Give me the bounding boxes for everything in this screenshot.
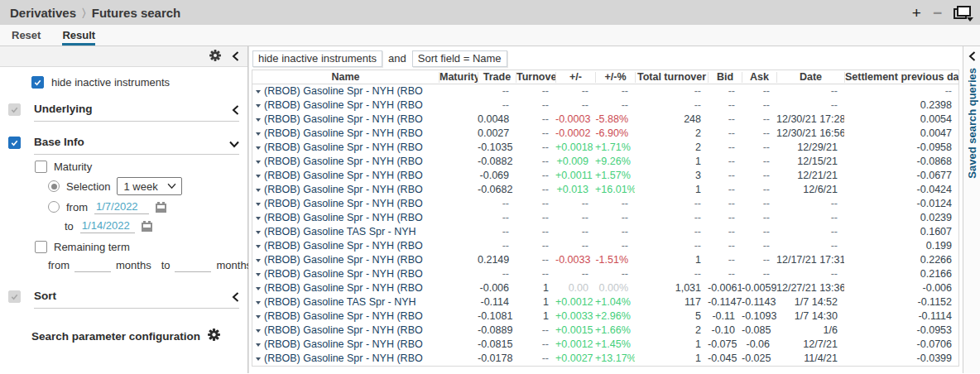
instrument-name[interactable]: (RBOB) Gasoline Spr - NYH (RBO: [264, 211, 423, 225]
breadcrumb-derivatives[interactable]: Derivatives: [10, 6, 76, 20]
hide-inactive-checkbox[interactable]: [31, 76, 44, 89]
row-expand-caret-icon[interactable]: [256, 315, 261, 319]
collapse-sidebar-icon[interactable]: [232, 51, 239, 61]
maturity-from-date-input[interactable]: [94, 199, 149, 214]
column-header-turnover[interactable]: Turnover: [516, 72, 555, 83]
row-expand-caret-icon[interactable]: [256, 259, 261, 262]
instrument-name[interactable]: (RBOB) Gasoline Spr - NYH (RBO: [264, 113, 423, 127]
instrument-name[interactable]: (RBOB) Gasoline Spr - NYH (RBO: [264, 239, 423, 253]
instrument-name[interactable]: (RBOB) Gasoline Spr - NYH (RBO: [264, 253, 423, 267]
row-expand-caret-icon[interactable]: [256, 118, 261, 122]
table-row[interactable]: (RBOB) Gasoline Spr - NYH (RBO----------…: [252, 239, 958, 253]
table-row[interactable]: (RBOB) Gasoline Spr - NYH (RBO----------…: [252, 211, 958, 225]
row-expand-caret-icon[interactable]: [256, 104, 261, 108]
row-expand-caret-icon[interactable]: [256, 90, 261, 94]
maturity-checkbox[interactable]: [35, 161, 47, 173]
column-header-settle[interactable]: Settlement previous day: [844, 72, 958, 83]
instrument-name[interactable]: (RBOB) Gasoline Spr - NYH (RBO: [264, 338, 423, 352]
section-underlying[interactable]: Underlying: [34, 103, 93, 115]
calendar-icon[interactable]: [156, 202, 166, 213]
column-header-date[interactable]: Date: [776, 72, 844, 83]
table-row[interactable]: (RBOB) Gasoline Spr - NYH (RBO-0.0889--+…: [252, 324, 958, 338]
maturity-selection-select[interactable]: 1 week: [117, 177, 182, 195]
column-header-maturity[interactable]: Maturity: [439, 72, 478, 83]
maturity-to-date-input[interactable]: [80, 218, 135, 233]
table-row[interactable]: (RBOB) Gasoline Spr - NYH (RBO-0.069--+0…: [252, 169, 958, 183]
instrument-name[interactable]: (RBOB) Gasoline TAS Spr - NYH: [264, 295, 416, 309]
column-header-trade[interactable]: Trade: [478, 72, 516, 83]
table-row[interactable]: (RBOB) Gasoline Spr - NYH (RBO----------…: [252, 98, 958, 113]
row-expand-caret-icon[interactable]: [256, 189, 261, 192]
expand-sort-icon[interactable]: [232, 292, 239, 302]
table-row[interactable]: (RBOB) Gasoline TAS Spr - NYH-0.1141+0.0…: [252, 295, 958, 309]
column-header-bid[interactable]: Bid: [708, 72, 742, 83]
row-expand-caret-icon[interactable]: [256, 175, 261, 178]
instrument-name[interactable]: (RBOB) Gasoline Spr - NYH (RBO: [264, 141, 423, 155]
table-row[interactable]: (RBOB) Gasoline Spr - NYH (RBO-0.10811+0…: [252, 309, 958, 324]
row-expand-caret-icon[interactable]: [256, 203, 261, 206]
row-expand-caret-icon[interactable]: [256, 273, 261, 276]
calendar-icon[interactable]: [142, 221, 152, 232]
table-row[interactable]: (RBOB) Gasoline Spr - NYH (RBO----------…: [252, 197, 958, 211]
instrument-name[interactable]: (RBOB) Gasoline Spr - NYH (RBO: [264, 324, 423, 338]
maturity-selection-radio[interactable]: [48, 180, 60, 192]
maturity-from-radio[interactable]: [48, 201, 60, 213]
base-info-checkbox[interactable]: [8, 137, 21, 149]
instrument-name[interactable]: (RBOB) Gasoline Spr - NYH (RBO: [264, 155, 423, 169]
table-row[interactable]: (RBOB) Gasoline Spr - NYH (RBO-0.0178--+…: [252, 352, 958, 366]
row-expand-caret-icon[interactable]: [256, 301, 261, 304]
table-row[interactable]: (RBOB) Gasoline Spr - NYH (RBO0.0048---0…: [252, 113, 958, 127]
row-expand-caret-icon[interactable]: [256, 132, 261, 136]
table-row[interactable]: (RBOB) Gasoline Spr - NYH (RBO-0.0682--+…: [252, 183, 958, 197]
saved-search-queries-label[interactable]: Saved search queries: [966, 68, 978, 179]
column-header-chg[interactable]: +/-: [555, 72, 595, 83]
remaining-term-checkbox[interactable]: [35, 241, 47, 253]
collapse-base-info-icon[interactable]: [229, 141, 239, 148]
instrument-name[interactable]: (RBOB) Gasoline Spr - NYH (RBO: [264, 127, 423, 141]
row-expand-caret-icon[interactable]: [256, 231, 261, 234]
row-expand-caret-icon[interactable]: [256, 217, 261, 220]
instrument-name[interactable]: (RBOB) Gasoline Spr - NYH (RBO: [264, 309, 423, 324]
instrument-name[interactable]: (RBOB) Gasoline Spr - NYH (RBO: [264, 352, 423, 366]
gear-icon[interactable]: [209, 50, 221, 64]
row-expand-caret-icon[interactable]: [256, 146, 261, 150]
column-header-chg_pct[interactable]: +/-%: [595, 72, 635, 83]
row-expand-caret-icon[interactable]: [256, 287, 261, 290]
instrument-name[interactable]: (RBOB) Gasoline Spr - NYH (RBO: [264, 183, 423, 197]
table-row[interactable]: (RBOB) Gasoline Spr - NYH (RBO-0.0815--+…: [252, 338, 958, 352]
remaining-from-input[interactable]: [74, 257, 111, 272]
instrument-name[interactable]: (RBOB) Gasoline Spr - NYH (RBO: [264, 267, 423, 281]
column-header-ask[interactable]: Ask: [742, 72, 776, 83]
expand-saved-searches-icon[interactable]: [968, 51, 976, 61]
remaining-to-input[interactable]: [175, 257, 211, 272]
instrument-name[interactable]: (RBOB) Gasoline Spr - NYH (RBO: [264, 169, 423, 183]
instrument-name[interactable]: (RBOB) Gasoline Spr - NYH (RBO: [264, 84, 423, 98]
table-row[interactable]: (RBOB) Gasoline TAS Spr - NYH-----------…: [252, 225, 958, 239]
gear-icon[interactable]: [208, 328, 220, 343]
expand-underlying-icon[interactable]: [232, 105, 239, 115]
table-row[interactable]: (RBOB) Gasoline Spr - NYH (RBO0.2149---0…: [252, 253, 958, 267]
column-header-name[interactable]: Name: [252, 72, 439, 83]
search-parameter-configuration-link[interactable]: Search parameter configuration: [31, 330, 200, 343]
window-layout-icon[interactable]: [954, 6, 972, 20]
instrument-name[interactable]: (RBOB) Gasoline TAS Spr - NYH: [264, 225, 416, 239]
table-row[interactable]: (RBOB) Gasoline Spr - NYH (RBO----------…: [252, 267, 958, 281]
minimize-icon[interactable]: −: [933, 5, 942, 21]
tab-reset[interactable]: Reset: [12, 29, 41, 46]
section-base-info[interactable]: Base Info: [34, 136, 84, 148]
row-expand-caret-icon[interactable]: [256, 245, 261, 248]
table-row[interactable]: (RBOB) Gasoline Spr - NYH (RBO----------…: [252, 84, 958, 98]
table-row[interactable]: (RBOB) Gasoline Spr - NYH (RBO-0.00610.0…: [252, 281, 958, 295]
row-expand-caret-icon[interactable]: [256, 357, 261, 361]
table-row[interactable]: (RBOB) Gasoline Spr - NYH (RBO-0.1035--+…: [252, 141, 958, 155]
instrument-name[interactable]: (RBOB) Gasoline Spr - NYH (RBO: [264, 197, 423, 211]
section-sort[interactable]: Sort: [34, 290, 56, 302]
filter-chip[interactable]: Sort field = Name: [412, 50, 507, 67]
filter-chip[interactable]: hide inactive instruments: [252, 50, 382, 67]
row-expand-caret-icon[interactable]: [256, 343, 261, 347]
instrument-name[interactable]: (RBOB) Gasoline Spr - NYH (RBO: [264, 98, 423, 113]
table-row[interactable]: (RBOB) Gasoline Spr - NYH (RBO0.0027---0…: [252, 127, 958, 141]
row-expand-caret-icon[interactable]: [256, 329, 261, 333]
add-icon[interactable]: +: [912, 5, 921, 21]
row-expand-caret-icon[interactable]: [256, 161, 261, 164]
